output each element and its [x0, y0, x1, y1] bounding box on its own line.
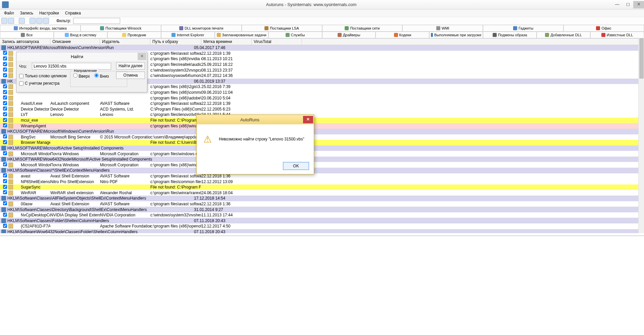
- enable-checkbox[interactable]: [3, 185, 7, 189]
- list-item[interactable]: WinampAgentc:\program files (x86)\winar: [0, 123, 644, 129]
- list-item[interactable]: Device DetectorDevice DetectorACD System…: [0, 107, 644, 112]
- registry-key-row[interactable]: HKLM\Software\Wow6432Node\Classes\Folder…: [0, 229, 644, 233]
- enable-checkbox[interactable]: [3, 224, 7, 228]
- tab-добавленные-dll[interactable]: Добавленные DLL: [537, 32, 590, 38]
- tab-вход-в-систему[interactable]: Вход в систему: [54, 32, 107, 38]
- match-case-checkbox[interactable]: С учетом регистра: [19, 81, 59, 86]
- message-ok-button[interactable]: OK: [283, 162, 309, 170]
- tab-проводник[interactable]: Проводник: [107, 32, 161, 38]
- find-dialog-title[interactable]: Найти ✕: [16, 52, 147, 61]
- enable-checkbox[interactable]: [3, 68, 7, 72]
- registry-key-row[interactable]: HKLM\Software\Classes\Directory\Backgrou…: [0, 207, 644, 212]
- header-entry[interactable]: Запись автозапуска: [0, 39, 50, 45]
- enable-checkbox[interactable]: [3, 51, 7, 55]
- list-item[interactable]: 00aswAvast Shell ExtensionAVAST Software…: [0, 201, 644, 207]
- find-what-input[interactable]: [32, 63, 111, 70]
- list-item[interactable]: Browser ManagerFile not found: C:\Users\…: [0, 140, 644, 145]
- enable-checkbox[interactable]: [3, 112, 7, 116]
- enable-checkbox[interactable]: [3, 118, 7, 122]
- tab-подмены-образа[interactable]: Подмены образа: [483, 32, 537, 38]
- registry-key-row[interactable]: HKLM\SOFTWARE\Wow6432Node\Microsoft\Acti…: [0, 157, 644, 162]
- enable-checkbox[interactable]: [3, 151, 7, 155]
- vertical-scrollbar[interactable]: [638, 38, 644, 233]
- list-item[interactable]: NvCplDesktopCo...NVIDIA Display Shell Ex…: [0, 212, 644, 218]
- refresh-icon[interactable]: [8, 18, 14, 24]
- header-pub[interactable]: Издатель: [100, 39, 150, 45]
- tab-выполняемые-при-загрузке[interactable]: Выполняемые при загрузке: [429, 32, 483, 38]
- list-item[interactable]: {C52AF81D-F7A0...Apache Software Foundat…: [0, 223, 644, 229]
- tab-службы[interactable]: Службы: [268, 32, 322, 38]
- tab-известные-dll[interactable]: Известные DLL: [590, 32, 644, 38]
- list-item[interactable]: AvastUI.exeAvLaunch componentAVAST Softw…: [0, 101, 644, 107]
- enable-checkbox[interactable]: [3, 123, 7, 127]
- tab-поставщики-lsa[interactable]: Поставщики LSA: [242, 25, 322, 31]
- list-item[interactable]: avastAvast Shell ExtensionAVAST Software…: [0, 173, 644, 179]
- enable-checkbox[interactable]: [3, 84, 7, 88]
- list-item[interactable]: LVTLenovoLenovoc:\program files\lenovo\l…: [0, 112, 644, 118]
- jump-icon[interactable]: [30, 18, 36, 24]
- tab-кодеки[interactable]: Кодеки: [376, 32, 429, 38]
- maximize-button[interactable]: ◻: [623, 1, 633, 8]
- tab-internet-explorer[interactable]: Internet Explorer: [161, 32, 215, 38]
- filter-input[interactable]: [73, 18, 120, 24]
- list-item[interactable]: SugarSyncFile not found: C:\Program Fil.…: [0, 184, 644, 190]
- header-vt[interactable]: VirusTotal: [252, 39, 302, 45]
- close-button[interactable]: ✕: [633, 1, 644, 8]
- scrollbar-thumb[interactable]: [639, 38, 644, 79]
- direction-down-radio[interactable]: Вниз: [94, 74, 109, 79]
- list-item[interactable]: Microsoft WindowsПочта WindowsMicrosoft …: [0, 162, 644, 168]
- tab-поставщики-winsock[interactable]: Поставщики Winsock: [81, 25, 161, 31]
- registry-key-row[interactable]: HKLM\Software\Classes\AllFileSystemObjec…: [0, 196, 644, 201]
- tab-запланированные-задачи[interactable]: Запланированные задачи: [215, 32, 268, 38]
- menu-settings[interactable]: Настройки: [37, 10, 62, 16]
- registry-key-row[interactable]: HKLM\SOFTWARE\Microsoft\Windows\CurrentV…: [0, 45, 644, 51]
- header-ts[interactable]: Метка времени: [201, 39, 252, 45]
- whole-word-checkbox[interactable]: Только слово целиком: [19, 74, 67, 78]
- enable-checkbox[interactable]: [3, 213, 7, 217]
- save-icon[interactable]: [1, 18, 7, 24]
- registry-key-row[interactable]: HKLM\SOFTWARE\Microsoft\Active Setup\Ins…: [0, 145, 644, 151]
- tab-офис[interactable]: Офис: [563, 25, 644, 31]
- registry-key-row[interactable]: HKCU\SOFTWARE\Microsoft\Windows\CurrentV…: [0, 129, 644, 134]
- tab-wmi[interactable]: WMI: [402, 25, 483, 31]
- delete-icon[interactable]: [43, 18, 49, 24]
- properties-icon[interactable]: [36, 18, 42, 24]
- list-item[interactable]: Microsoft WindowsПочта WindowsMicrosoft …: [0, 151, 644, 157]
- registry-key-row[interactable]: HKLM\Software\Classes\Folder\Shellex\Col…: [0, 218, 644, 223]
- enable-checkbox[interactable]: [3, 95, 7, 99]
- enable-checkbox[interactable]: [3, 140, 7, 144]
- list-item[interactable]: c:\program files (x86)\adobe\r...20.06.2…: [0, 95, 644, 101]
- direction-up-radio[interactable]: Вверх: [73, 74, 90, 79]
- enable-checkbox[interactable]: [3, 73, 7, 77]
- enable-checkbox[interactable]: [3, 162, 7, 166]
- list-item[interactable]: WinRARWinRAR shell extensionAlexander Ro…: [0, 190, 644, 196]
- tab-все[interactable]: Все: [0, 32, 54, 38]
- registry-key-row[interactable]: HKLM\Software\Classes\*\ShellEx\ContextM…: [0, 168, 644, 173]
- header-desc[interactable]: Описание: [50, 39, 100, 45]
- enable-checkbox[interactable]: [3, 107, 7, 111]
- minimize-button[interactable]: —: [612, 1, 623, 8]
- enable-checkbox[interactable]: [3, 179, 7, 183]
- tab-интерфейс-входа-заставка[interactable]: Интерфейс входа, заставка: [0, 25, 81, 31]
- menu-record[interactable]: Запись: [17, 10, 36, 16]
- menu-help[interactable]: Справка: [62, 10, 84, 16]
- message-dialog-close-button[interactable]: ✕: [303, 116, 313, 123]
- enable-checkbox[interactable]: [3, 90, 7, 94]
- menu-file[interactable]: Файл: [1, 10, 17, 16]
- find-icon[interactable]: [19, 18, 25, 24]
- enable-checkbox[interactable]: [3, 62, 7, 66]
- tab-драйверы[interactable]: Драйверы: [322, 32, 376, 38]
- list-item[interactable]: BingSvcMicrosoft Bing Service© 2015 Micr…: [0, 134, 644, 140]
- enable-checkbox[interactable]: [3, 56, 7, 60]
- tab-dll-мониторов-печати[interactable]: DLL мониторов печати: [161, 25, 242, 31]
- find-next-button[interactable]: Найти далее: [116, 62, 145, 70]
- header-img[interactable]: Путь к образу: [150, 39, 201, 45]
- find-dialog-close-button[interactable]: ✕: [138, 53, 146, 60]
- message-dialog-titlebar[interactable]: AutoRuns ✕: [197, 115, 314, 124]
- enable-checkbox[interactable]: [3, 201, 7, 205]
- list-item[interactable]: mcui_exeFile not found: C:\Program F: [0, 118, 644, 123]
- list-item[interactable]: NP8ShellExtensionNitro Pro ShellExtensio…: [0, 179, 644, 184]
- enable-checkbox[interactable]: [3, 134, 7, 138]
- tab-гаджеты[interactable]: Гаджеты: [483, 25, 563, 31]
- tab-поставщики-сети[interactable]: Поставщики сети: [322, 25, 403, 31]
